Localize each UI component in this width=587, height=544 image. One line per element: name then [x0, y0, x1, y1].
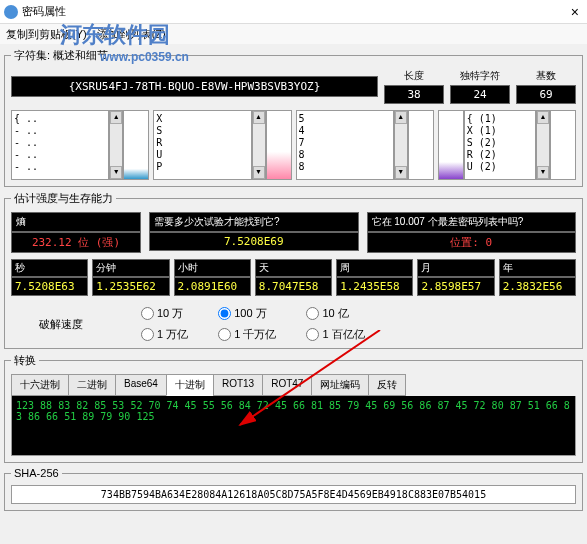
- stat-length-value: 38: [384, 85, 444, 104]
- conversion-legend: 转换: [11, 353, 39, 368]
- time-value: 1.2435E58: [336, 277, 413, 296]
- close-button[interactable]: ×: [571, 4, 579, 20]
- scrollbar[interactable]: ▲▼: [394, 110, 408, 180]
- menu-add[interactable]: 添加到列表(Z): [97, 27, 166, 42]
- worst-label: 它在 10.007 个最差密码列表中吗?: [367, 212, 577, 232]
- conversion-data[interactable]: 123 88 83 82 85 53 52 70 74 45 55 56 84 …: [11, 396, 576, 456]
- time-value: 2.3832E56: [499, 277, 576, 296]
- time-value: 1.2535E62: [92, 277, 169, 296]
- tab-2[interactable]: Base64: [115, 374, 167, 396]
- tab-0[interactable]: 十六进制: [11, 374, 69, 396]
- attempts-value: 7.5208E69: [149, 232, 359, 251]
- char-list-3[interactable]: 5 4 7 8 8: [296, 110, 394, 180]
- tab-4[interactable]: ROT13: [213, 374, 263, 396]
- color-bar-2: [266, 110, 292, 180]
- stat-base-label: 基数: [536, 69, 556, 83]
- conversion-group: 转换 十六进制二进制Base64十进制ROT13ROT47网址编码反转 123 …: [4, 353, 583, 463]
- char-list-4[interactable]: { (1) X (1) S (2) R (2) U (2): [464, 110, 536, 180]
- worst-value: 位置: 0: [367, 232, 577, 253]
- app-icon: [4, 5, 18, 19]
- time-label: 天: [255, 259, 332, 277]
- time-value: 8.7047E58: [255, 277, 332, 296]
- entropy-value: 232.12 位 (强): [11, 232, 141, 253]
- time-value: 2.8598E57: [417, 277, 494, 296]
- char-list-2[interactable]: X S R U P: [153, 110, 251, 180]
- charset-group: 字符集: 概述和细节 {XSRU54FJ-78TH-BQUO-E8VW-HPW3…: [4, 48, 583, 187]
- tab-3[interactable]: 十进制: [166, 374, 214, 396]
- time-label: 分钟: [92, 259, 169, 277]
- char-list-1[interactable]: { .. - .. - .. - .. - ..: [11, 110, 109, 180]
- password-display: {XSRU54FJ-78TH-BQUO-E8VW-HPW3BSVB3YOZ}: [11, 76, 378, 97]
- color-bar-4: [438, 110, 464, 180]
- attempts-label: 需要多少次试验才能找到它?: [149, 212, 359, 232]
- stat-base-value: 69: [516, 85, 576, 104]
- window-title: 密码属性: [22, 4, 66, 19]
- tab-7[interactable]: 反转: [368, 374, 406, 396]
- time-label: 年: [499, 259, 576, 277]
- speed-radio[interactable]: 1 万亿: [141, 327, 188, 342]
- strength-legend: 估计强度与生存能力: [11, 191, 116, 206]
- time-label: 小时: [174, 259, 251, 277]
- speed-radio[interactable]: 1 百亿亿: [306, 327, 364, 342]
- tab-6[interactable]: 网址编码: [311, 374, 369, 396]
- entropy-label: 熵: [11, 212, 141, 232]
- strength-group: 估计强度与生存能力 熵 232.12 位 (强) 需要多少次试验才能找到它? 7…: [4, 191, 583, 349]
- color-bar-5: [550, 110, 576, 180]
- charset-legend: 字符集: 概述和细节: [11, 48, 111, 63]
- speed-radio[interactable]: 1 千万亿: [218, 327, 276, 342]
- scrollbar[interactable]: ▲▼: [252, 110, 266, 180]
- menu-copy[interactable]: 复制到剪贴板(Y): [6, 27, 87, 42]
- color-bar-3: [408, 110, 434, 180]
- sha-legend: SHA-256: [11, 467, 62, 479]
- scrollbar[interactable]: ▲▼: [109, 110, 123, 180]
- time-value: 7.5208E63: [11, 277, 88, 296]
- speed-label: 破解速度: [11, 317, 111, 332]
- time-label: 周: [336, 259, 413, 277]
- time-value: 2.0891E60: [174, 277, 251, 296]
- speed-radio[interactable]: 100 万: [218, 306, 276, 321]
- stat-unique-label: 独特字符: [460, 69, 500, 83]
- stat-unique-value: 24: [450, 85, 510, 104]
- speed-radio[interactable]: 10 亿: [306, 306, 364, 321]
- tab-1[interactable]: 二进制: [68, 374, 116, 396]
- time-label: 秒: [11, 259, 88, 277]
- speed-radio[interactable]: 10 万: [141, 306, 188, 321]
- sha-group: SHA-256 734BB7594BA634E28084A12618A05C8D…: [4, 467, 583, 511]
- color-bar-1: [123, 110, 149, 180]
- scrollbar[interactable]: ▲▼: [536, 110, 550, 180]
- tab-5[interactable]: ROT47: [262, 374, 312, 396]
- time-label: 月: [417, 259, 494, 277]
- sha-value[interactable]: 734BB7594BA634E28084A12618A05C8D75A5F8E4…: [11, 485, 576, 504]
- stat-length-label: 长度: [404, 69, 424, 83]
